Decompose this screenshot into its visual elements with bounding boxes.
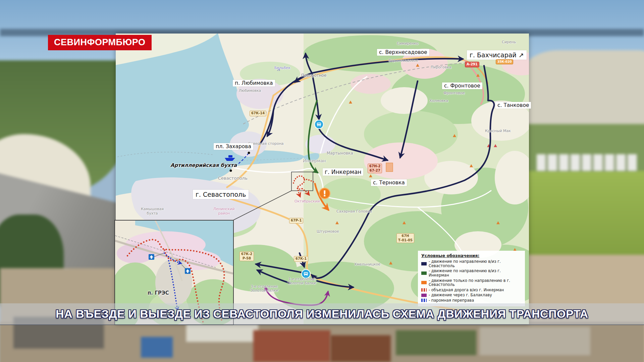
place-label: 3-е отделение'Золотой балки' <box>250 284 279 292</box>
legend-swatch <box>421 294 427 297</box>
yard-red-materials <box>253 330 330 362</box>
place-label: Штурмовое <box>317 230 339 234</box>
legend-item: - паромная переправа <box>421 298 522 303</box>
news-frame: { "badge": { "label": "СЕВИНФОРМБЮРО" },… <box>0 0 644 362</box>
right-greenhouses <box>537 154 637 171</box>
place-label: Бельбек <box>274 66 290 70</box>
yard-blue-container <box>141 337 173 358</box>
place-label: Любимовка <box>239 89 261 93</box>
place-label: Фронтовое <box>443 91 465 96</box>
headline-banner: НА ВЪЕЗДЕ И ВЫЕЗДЕ ИЗ СЕВАСТОПОЛЯ ИЗМЕНИ… <box>0 303 644 325</box>
road-shield: 67Н-267-27 <box>368 164 382 173</box>
legend-item: - объездная дорога в/из г. Инкерман <box>421 288 522 292</box>
place-label: Верхнесадовое <box>388 59 418 63</box>
legend-item: - движение по направлению в/из г. Инкерм… <box>421 269 522 277</box>
place-label: Холмовка <box>429 99 448 103</box>
place-label: Хмельницкое <box>354 262 380 267</box>
legend-item: - движение только по направлению в г. Се… <box>421 279 522 287</box>
yard-grey-containers <box>480 327 590 355</box>
legend-item: - движение по направлению в/из г. Севаст… <box>421 259 522 268</box>
poi-frontovoe: с. Фронтовое <box>442 82 482 89</box>
headline-text: НА ВЪЕЗДЕ И ВЫЕЗДЕ ИЗ СЕВАСТОПОЛЯ ИЗМЕНИ… <box>56 307 588 320</box>
poi-inkerman: г. Инкерман <box>323 168 363 176</box>
road-shield: 67Р-1 <box>289 218 303 224</box>
legend-item: - движение через г. Балаклаву <box>421 293 522 297</box>
channel-badge: СЕВИНФОРМБЮРО <box>48 35 152 50</box>
roadworks-zone <box>386 163 393 172</box>
legend-swatch <box>421 281 427 284</box>
legend-swatch <box>421 299 427 302</box>
place-label: Инкерман <box>303 159 326 164</box>
place-label: Мартыновка <box>327 151 353 156</box>
legend-title: Условные обозначения: <box>421 253 522 258</box>
legend-swatch <box>421 262 427 265</box>
poi-gres: п. ГРЭС <box>146 290 171 296</box>
poi-lyubimovka: п. Любимовка <box>233 80 275 86</box>
place-label: Октябрьский <box>294 199 320 204</box>
warning-icon: ! <box>319 188 330 199</box>
place-label: Сахарная Головка <box>336 209 372 214</box>
map-legend: Условные обозначения: - движение по напр… <box>418 251 525 306</box>
road-shield: А-291 <box>465 62 479 67</box>
place-label: Ленинскийрайон <box>213 207 235 216</box>
poi-tankovoe: с. Танковое <box>495 102 531 109</box>
place-label: 1-е отделение'Золотой Балки' <box>287 277 317 285</box>
svg-text:!: ! <box>323 189 326 198</box>
poi-sevastopol: г. Севастополь <box>193 190 249 199</box>
yard-brown-pile <box>330 335 391 362</box>
yard-green-patch <box>396 330 476 355</box>
road-shield: 35К-020 <box>496 59 513 64</box>
legend-swatch <box>421 288 427 292</box>
place-label: Симиренко <box>397 42 419 46</box>
place-label: Пироговка <box>431 65 451 70</box>
legend-swatch <box>421 272 427 275</box>
road-shield: 67К-14 <box>250 111 266 116</box>
place-label: Севастополь <box>218 176 248 181</box>
place-label: Северная сторона <box>248 142 284 146</box>
road-shield: 67К-1 <box>294 256 308 262</box>
ferry-terminal-icon <box>185 268 191 274</box>
poi-artbuhta: Артиллерийская бухта <box>168 162 239 169</box>
poi-bahchisaray: г. Бахчисарай ↗ <box>467 50 527 60</box>
ferry-terminal-icon <box>149 254 154 260</box>
transport-hub-icon <box>315 120 323 129</box>
poi-zaharova: пл. Захарова <box>214 143 253 150</box>
place-label: Камышоваябухта <box>141 207 164 216</box>
place-label: Сирень <box>502 40 516 45</box>
road-shield: 67К-2Р-58 <box>239 251 254 261</box>
poi-ternovka: с. Терновка <box>371 179 407 186</box>
road-shield: 67НТ-01-05 <box>396 233 414 243</box>
place-label: Поворотное <box>301 73 326 78</box>
poi-verhnesadovoe: с. Верхнесадовое <box>377 49 429 56</box>
place-label: Красный Мак <box>485 129 511 133</box>
